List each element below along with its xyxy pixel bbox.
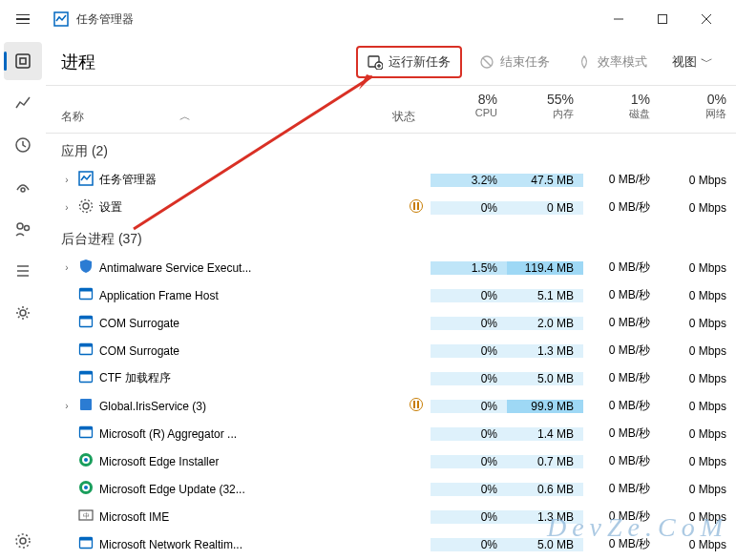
process-row[interactable]: Microsoft Network Realtim... 0% 5.0 MB 0… <box>46 530 736 558</box>
process-name: COM Surrogate <box>99 344 179 358</box>
sort-indicator-icon: ︿ <box>179 109 191 125</box>
disk-cell: 0 MB/秒 <box>583 370 660 386</box>
nav-settings[interactable] <box>4 522 42 560</box>
disk-cell: 0 MB/秒 <box>583 425 660 442</box>
process-list[interactable]: 应用 (2) › 任务管理器 3.2% 47.5 MB 0 MB/秒 0 Mbp… <box>46 134 736 560</box>
cpu-cell: 0% <box>431 344 507 358</box>
cpu-cell: 0% <box>431 455 507 468</box>
view-dropdown[interactable]: 视图 ﹀ <box>664 50 721 74</box>
process-row[interactable]: CTF 加载程序 0% 5.0 MB 0 MB/秒 0 Mbps <box>46 364 736 392</box>
content-area: 进程 运行新任务 结束任务 效率模式 视图 ﹀ <box>46 38 736 560</box>
expand-icon[interactable]: › <box>61 262 73 273</box>
gear-icon <box>14 532 32 550</box>
group-background: 后台进程 (37) <box>46 221 736 254</box>
col-memory-header[interactable]: 55%内存 <box>507 86 583 133</box>
disk-cell: 0 MB/秒 <box>583 172 660 188</box>
history-icon <box>14 136 32 154</box>
hamburger-menu-button[interactable] <box>8 4 38 34</box>
expand-icon[interactable]: › <box>61 401 73 411</box>
col-cpu-header[interactable]: 8%CPU <box>431 86 507 133</box>
memory-cell: 0.7 MB <box>507 455 583 468</box>
disk-cell: 0 MB/秒 <box>583 453 660 469</box>
network-cell: 0 Mbps <box>660 510 736 524</box>
nav-services[interactable] <box>4 294 42 332</box>
close-button[interactable] <box>684 4 728 34</box>
maximize-button[interactable] <box>641 4 684 34</box>
nav-processes[interactable] <box>4 42 42 80</box>
process-row[interactable]: Microsoft Edge Installer 0% 0.7 MB 0 MB/… <box>46 447 736 475</box>
process-row[interactable]: Microsoft Edge Update (32... 0% 0.6 MB 0… <box>46 475 736 503</box>
process-status <box>402 199 431 216</box>
titlebar: 任务管理器 <box>0 0 736 38</box>
page-header: 进程 运行新任务 结束任务 效率模式 视图 ﹀ <box>46 38 736 86</box>
cpu-cell: 1.5% <box>431 261 507 275</box>
cpu-cell: 0% <box>431 538 507 551</box>
nav-app-history[interactable] <box>4 126 42 164</box>
window-controls <box>597 4 728 34</box>
process-status <box>402 398 431 414</box>
memory-cell: 119.4 MB <box>507 261 583 275</box>
memory-cell: 5.1 MB <box>507 289 583 302</box>
col-network-header[interactable]: 0%网络 <box>660 86 736 133</box>
nav-performance[interactable] <box>4 84 42 122</box>
col-name-header[interactable]: 名称 <box>61 109 84 125</box>
process-row[interactable]: 中 Microsoft IME 0% 1.3 MB 0 MB/秒 0 Mbps <box>46 503 736 530</box>
network-cell: 0 Mbps <box>660 261 736 275</box>
services-icon <box>14 304 32 321</box>
process-icon <box>78 314 94 332</box>
performance-icon <box>14 94 32 112</box>
efficiency-mode-button[interactable]: 效率模式 <box>567 48 657 76</box>
col-disk-header[interactable]: 1%磁盘 <box>583 86 660 133</box>
run-new-task-button[interactable]: 运行新任务 <box>356 46 462 78</box>
network-cell: 0 Mbps <box>660 538 736 551</box>
process-name: 任务管理器 <box>99 172 157 188</box>
expand-icon[interactable]: › <box>61 202 73 213</box>
nav-startup[interactable] <box>4 168 42 206</box>
process-row[interactable]: › 设置 0% 0 MB 0 MB/秒 0 Mbps <box>46 194 736 221</box>
process-name: Application Frame Host <box>99 289 219 302</box>
process-row[interactable]: COM Surrogate 0% 1.3 MB 0 MB/秒 0 Mbps <box>46 337 736 364</box>
startup-icon <box>14 178 32 196</box>
process-row[interactable]: › 任务管理器 3.2% 47.5 MB 0 MB/秒 0 Mbps <box>46 166 736 194</box>
svg-point-24 <box>83 203 89 209</box>
run-task-icon <box>368 54 383 70</box>
end-task-button[interactable]: 结束任务 <box>470 48 559 76</box>
svg-point-15 <box>20 538 26 544</box>
disk-cell: 0 MB/秒 <box>583 398 660 414</box>
nav-details[interactable] <box>4 252 42 290</box>
memory-cell: 5.0 MB <box>507 538 583 551</box>
svg-rect-27 <box>80 289 93 292</box>
nav-users[interactable] <box>4 210 42 248</box>
col-status-header[interactable]: 状态 <box>392 109 415 125</box>
process-row[interactable]: › Global.IrisService (3) 0% 99.9 MB 0 MB… <box>46 392 736 420</box>
network-cell: 0 Mbps <box>660 174 736 187</box>
process-icon <box>78 369 94 387</box>
process-icon <box>78 535 94 553</box>
network-cell: 0 Mbps <box>660 455 736 468</box>
memory-cell: 1.4 MB <box>507 427 583 441</box>
disk-cell: 0 MB/秒 <box>583 287 660 303</box>
cpu-cell: 0% <box>431 483 507 496</box>
process-row[interactable]: › Antimalware Service Execut... 1.5% 119… <box>46 254 736 281</box>
process-icon <box>78 425 94 443</box>
disk-cell: 0 MB/秒 <box>583 508 660 525</box>
disk-cell: 0 MB/秒 <box>583 199 660 216</box>
svg-point-8 <box>21 188 25 192</box>
svg-point-14 <box>20 310 26 316</box>
svg-rect-34 <box>80 399 92 410</box>
process-icon: 中 <box>78 508 94 526</box>
expand-icon[interactable]: › <box>61 175 73 185</box>
process-row[interactable]: Application Frame Host 0% 5.1 MB 0 MB/秒 … <box>46 281 736 309</box>
process-name: Microsoft (R) Aggregator ... <box>99 427 237 441</box>
process-icon <box>78 171 94 189</box>
cpu-cell: 0% <box>431 372 507 385</box>
process-name: 设置 <box>99 199 122 216</box>
cpu-cell: 0% <box>431 427 507 441</box>
process-icon <box>78 480 94 498</box>
end-task-icon <box>479 54 494 70</box>
minimize-button[interactable] <box>597 4 641 34</box>
process-name: Microsoft Edge Installer <box>99 455 219 468</box>
process-row[interactable]: COM Surrogate 0% 2.0 MB 0 MB/秒 0 Mbps <box>46 309 736 337</box>
memory-cell: 1.3 MB <box>507 344 583 358</box>
process-row[interactable]: Microsoft (R) Aggregator ... 0% 1.4 MB 0… <box>46 420 736 447</box>
